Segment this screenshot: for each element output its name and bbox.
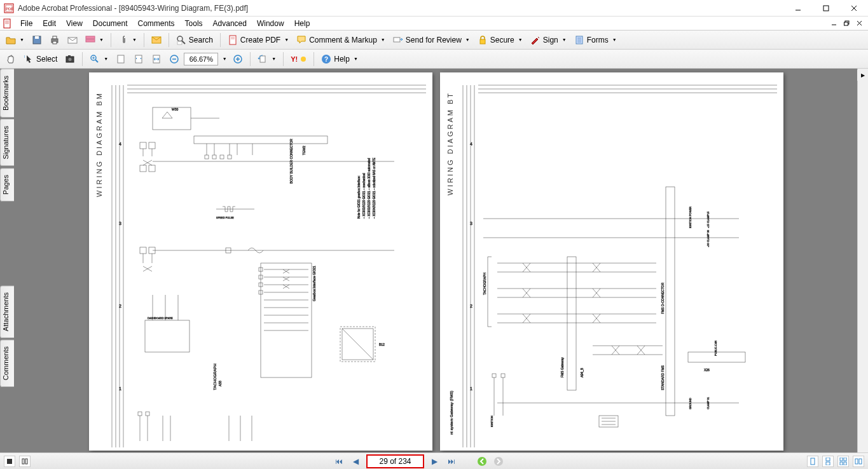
svg-rect-96 (146, 412, 149, 416)
svg-rect-44 (260, 56, 265, 62)
rotate-button[interactable]: ▼ (254, 51, 279, 67)
svg-text:FMS D-CONNECTOR: FMS D-CONNECTOR (661, 282, 665, 314)
svg-text:W30: W30 (172, 107, 179, 111)
attach-button[interactable]: ▼ (115, 32, 140, 48)
wiring-diagram-left: 4 3 2 1 W30 (89, 72, 432, 451)
svg-text:2: 2 (470, 304, 472, 308)
page-indicator[interactable]: 29 of 234 (366, 454, 424, 468)
scroll-right-arrow-icon[interactable]: ▶ (857, 70, 868, 81)
email-button[interactable] (64, 32, 81, 48)
svg-text:FMS Gateway: FMS Gateway (560, 357, 564, 377)
open-button[interactable]: ▼ (3, 32, 27, 48)
zoom-out-button[interactable] (166, 51, 183, 67)
zoom-in-button[interactable] (230, 51, 246, 67)
first-page-button[interactable]: ⏮ (333, 456, 345, 467)
yahoo-button[interactable]: Y! (287, 51, 310, 67)
page-layout-buttons (807, 456, 864, 467)
actual-size-button[interactable] (113, 51, 129, 67)
forward-button[interactable] (493, 456, 504, 467)
envelope-button[interactable] (148, 32, 165, 48)
svg-text:– XC903/X120 GIO21 – allison 3: – XC903/X120 GIO21 – allison 3000 automa… (368, 158, 371, 219)
continuous-button[interactable] (822, 456, 834, 467)
toolbar-secondary: I Select ▼ ▼ ▼ Y! ? Help▼ (0, 50, 868, 69)
bookmarks-tab[interactable]: Bookmarks (0, 69, 14, 118)
svg-rect-136 (811, 458, 815, 465)
back-button[interactable] (476, 456, 488, 467)
close-button[interactable] (840, 0, 868, 17)
organizer-button[interactable]: ▼ (82, 32, 107, 48)
secure-button[interactable]: Secure▼ (474, 32, 526, 48)
zoom-dropdown-button[interactable]: ▼ (219, 51, 228, 67)
menu-window[interactable]: Window (252, 18, 289, 29)
svg-rect-127 (492, 374, 496, 377)
comment-markup-label: Comment & Markup (309, 36, 377, 44)
secure-label: Secure (490, 36, 514, 44)
help-button[interactable]: ? Help▼ (318, 51, 361, 67)
hand-tool-button[interactable] (3, 51, 19, 67)
svg-text:1: 1 (470, 386, 472, 391)
select-tool-button[interactable]: I Select (20, 51, 60, 67)
menu-view[interactable]: View (61, 18, 88, 29)
svg-point-135 (494, 457, 503, 466)
snapshot-tool-button[interactable] (62, 51, 78, 67)
fit-page-button[interactable] (130, 51, 147, 67)
signatures-tab[interactable]: Signatures (0, 119, 14, 167)
vertical-scrollbar[interactable] (857, 69, 868, 452)
pages-tab[interactable]: Pages (0, 168, 14, 201)
mdi-restore-button[interactable] (841, 19, 851, 28)
maximize-button[interactable] (812, 0, 840, 17)
svg-rect-31 (68, 55, 71, 57)
menu-advanced[interactable]: Advanced (208, 18, 252, 29)
svg-text:2: 2 (119, 304, 121, 308)
navigation-pane-tabs: Bookmarks Signatures Pages Attachments C… (0, 69, 14, 387)
search-button[interactable]: Search (173, 32, 216, 48)
toolbar-separator (250, 52, 251, 66)
svg-text:X26: X26 (704, 368, 710, 372)
svg-text:+15 CLAMP15: +15 CLAMP15 (706, 211, 710, 228)
svg-text:TACHOGRAPH: TACHOGRAPH (483, 273, 486, 295)
svg-text:IGNITION: IGNITION (490, 416, 493, 427)
document-viewport[interactable]: WIRING DIAGRAM BM 4 3 2 1 W30 (0, 69, 868, 452)
save-button[interactable] (29, 32, 45, 48)
facing-button[interactable] (853, 456, 864, 467)
mdi-close-button[interactable] (854, 19, 864, 28)
sign-label: Sign (543, 36, 558, 44)
svg-rect-62 (194, 136, 327, 144)
multi-page-view-button[interactable] (19, 456, 31, 467)
mdi-minimize-button[interactable] (829, 19, 839, 28)
window-controls (784, 0, 868, 17)
menu-file[interactable]: File (15, 18, 38, 29)
menu-comments[interactable]: Comments (133, 18, 180, 29)
fit-width-button[interactable] (148, 51, 165, 67)
comment-markup-button[interactable]: Comment & Markup▼ (293, 32, 389, 48)
search-label: Search (189, 36, 213, 44)
next-page-button[interactable]: ▶ (429, 456, 441, 467)
svg-text:STANDARD FMS: STANDARD FMS (661, 365, 665, 390)
zoom-in-tool-button[interactable]: ▼ (86, 51, 111, 67)
print-button[interactable] (46, 32, 63, 48)
send-review-button[interactable]: Send for Review▼ (390, 32, 473, 48)
sign-button[interactable]: Sign▼ (527, 32, 570, 48)
menu-tools[interactable]: Tools (180, 18, 208, 29)
forms-label: Forms (587, 36, 609, 44)
single-page-view-button[interactable] (4, 456, 15, 467)
menu-document[interactable]: Document (88, 18, 133, 29)
svg-text:3: 3 (119, 221, 121, 226)
facing-continuous-button[interactable] (837, 456, 849, 467)
forms-button[interactable]: Forms▼ (571, 32, 620, 48)
help-label: Help (334, 55, 350, 64)
menu-help[interactable]: Help (289, 18, 315, 29)
prev-page-button[interactable]: ◀ (350, 456, 361, 467)
create-pdf-button[interactable]: Create PDF▼ (224, 32, 292, 48)
menu-edit[interactable]: Edit (38, 18, 61, 29)
comments-tab[interactable]: Comments (0, 339, 14, 387)
svg-point-21 (177, 36, 183, 41)
minimize-button[interactable] (784, 0, 812, 17)
pdf-icon: PDF (4, 3, 14, 13)
zoom-input[interactable] (184, 53, 218, 65)
svg-rect-141 (840, 462, 843, 465)
last-page-button[interactable]: ⏭ (446, 456, 457, 467)
attachments-tab[interactable]: Attachments (0, 285, 14, 338)
svg-text:Gearbox interface GIO21: Gearbox interface GIO21 (312, 266, 316, 301)
single-page-button[interactable] (807, 456, 818, 467)
